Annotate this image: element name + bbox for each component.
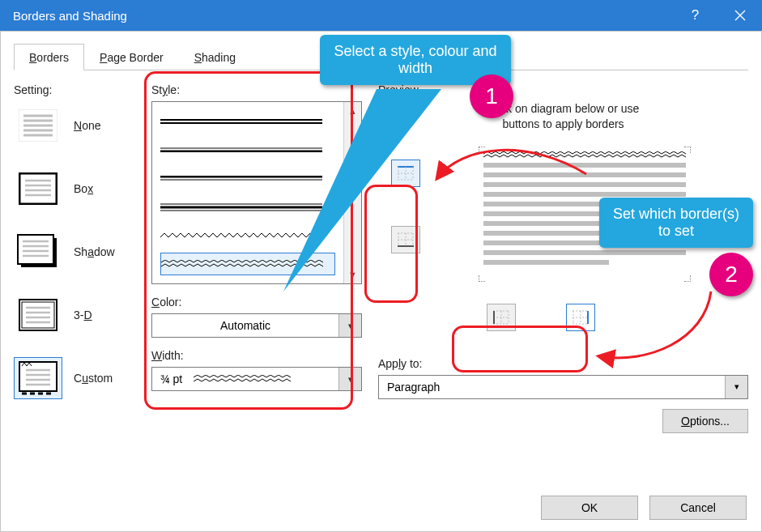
width-label: Width: <box>151 349 362 362</box>
tab-shading[interactable]: Shading <box>179 44 251 70</box>
annotation-callout: Set which border(s) to set <box>599 198 753 248</box>
svg-rect-23 <box>19 362 57 391</box>
setting-3d[interactable]: 3-D <box>14 291 151 339</box>
setting-label: Setting: <box>14 83 151 96</box>
border-top-button[interactable] <box>391 160 420 187</box>
annotation-badge: 1 <box>470 74 513 118</box>
svg-rect-17 <box>19 300 57 330</box>
close-button[interactable] <box>717 0 762 31</box>
ok-button[interactable]: OK <box>541 496 638 520</box>
options-button[interactable]: Options... <box>662 409 748 433</box>
color-label: Color: <box>151 296 362 309</box>
titlebar: Borders and Shading ? <box>0 0 762 31</box>
style-column: Style: ▲ ▼ Color: Automatic <box>151 83 362 490</box>
dialog-body: Borders Page Border Shading Setting: Non… <box>0 31 762 532</box>
style-label: Style: <box>151 83 362 96</box>
scroll-down-icon[interactable]: ▼ <box>344 266 361 283</box>
border-bottom-button[interactable] <box>391 226 420 253</box>
border-right-button[interactable] <box>566 304 595 331</box>
apply-value: Paragraph <box>379 376 725 398</box>
svg-rect-6 <box>19 173 57 204</box>
apply-label: Apply to: <box>378 357 748 370</box>
border-left-button[interactable] <box>487 304 516 331</box>
setting-custom[interactable]: Custom <box>14 354 151 402</box>
preview-label: Preview <box>378 83 748 96</box>
titlebar-title: Borders and Shading <box>13 9 127 23</box>
tab-borders[interactable]: Borders <box>14 44 84 70</box>
scroll-up-icon[interactable]: ▲ <box>344 102 361 120</box>
close-icon <box>734 10 746 21</box>
chevron-down-icon[interactable]: ▾ <box>338 368 361 390</box>
style-listbox[interactable]: ▲ ▼ <box>151 101 362 284</box>
footer: OK Cancel <box>541 496 747 520</box>
setting-none[interactable]: None <box>14 101 151 150</box>
width-dropdown[interactable]: ¾ pt ▾ <box>151 367 362 391</box>
color-value: Automatic <box>152 314 338 337</box>
style-scrollbar[interactable]: ▲ ▼ <box>343 102 361 283</box>
tab-page-border[interactable]: Page Border <box>84 44 179 70</box>
setting-box[interactable]: Box <box>14 164 151 213</box>
color-dropdown[interactable]: Automatic ▾ <box>151 313 362 338</box>
chevron-down-icon[interactable]: ▾ <box>725 376 747 398</box>
setting-column: Setting: None Box Shadow <box>14 83 151 490</box>
help-button[interactable]: ? <box>673 0 717 31</box>
cancel-button[interactable]: Cancel <box>649 496 747 520</box>
preview-column: Preview Click on diagram below or use bu… <box>362 83 748 490</box>
chevron-down-icon[interactable]: ▾ <box>338 314 361 337</box>
annotation-badge: 2 <box>709 253 753 296</box>
setting-shadow[interactable]: Shadow <box>14 228 151 276</box>
apply-dropdown[interactable]: Paragraph ▾ <box>378 375 748 399</box>
svg-rect-12 <box>18 235 53 264</box>
width-value: ¾ pt <box>152 368 338 390</box>
